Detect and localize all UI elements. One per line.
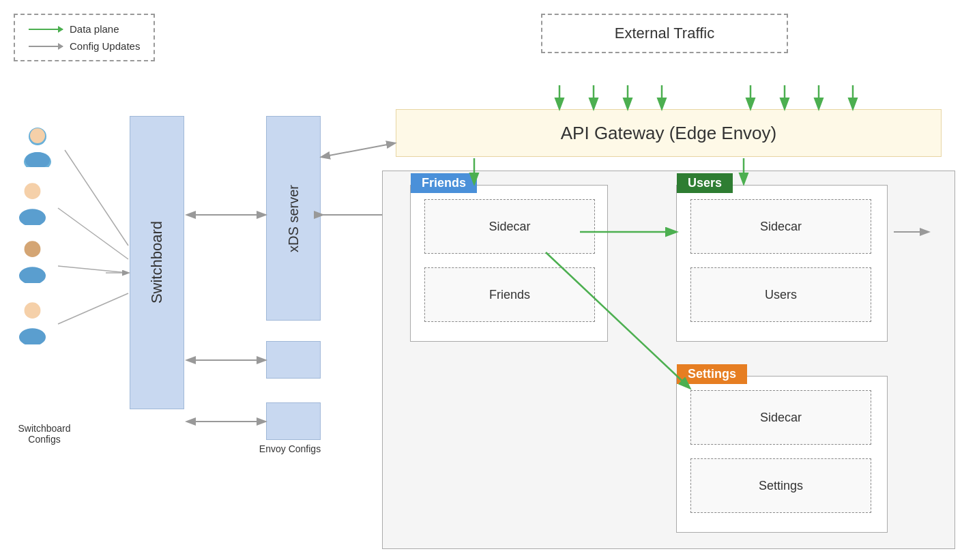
settings-app-box: Settings [690, 458, 871, 513]
switchboard-column: Switchboard [130, 116, 184, 409]
svg-point-8 [25, 302, 41, 319]
svg-line-28 [65, 150, 128, 246]
users-badge: Users [677, 173, 733, 193]
svg-point-5 [19, 209, 46, 225]
svg-point-2 [30, 128, 45, 143]
svg-line-30 [58, 266, 128, 273]
user-icon-1 [20, 126, 55, 170]
svg-line-29 [58, 208, 128, 259]
friends-app-box: Friends [424, 267, 595, 322]
friends-badge: Friends [411, 173, 477, 193]
gray-arrow-icon [29, 46, 63, 47]
diagram: Data plane Config Updates External Traff… [0, 0, 962, 560]
friends-service-box: Friends Sidecar Friends [410, 185, 608, 342]
settings-service-box: Settings Sidecar Settings [676, 376, 888, 533]
envoy-config-box-1 [266, 341, 321, 379]
envoy-config-box-2 [266, 402, 321, 440]
user-icon-3 [14, 239, 51, 286]
api-gateway-label: API Gateway (Edge Envoy) [561, 123, 776, 144]
settings-badge: Settings [677, 364, 747, 384]
legend-data-plane-label: Data plane [70, 23, 119, 35]
switchboard-label: Switchboard [148, 221, 166, 304]
user-icon-2 [14, 181, 51, 228]
legend-config-updates: Config Updates [29, 40, 140, 52]
legend-data-plane: Data plane [29, 23, 140, 35]
friends-sidecar-box: Sidecar [424, 199, 595, 254]
envoy-configs-label: Envoy Configs [246, 443, 334, 454]
svg-point-4 [25, 183, 41, 199]
legend: Data plane Config Updates [14, 14, 155, 61]
users-service-box: Users Sidecar Users [676, 185, 888, 342]
svg-point-7 [19, 267, 46, 283]
svg-line-22 [322, 143, 394, 157]
users-sidecar-box: Sidecar [690, 199, 871, 254]
services-container: Friends Sidecar Friends Users Sidecar U [382, 171, 955, 549]
green-arrow-icon [29, 29, 63, 30]
svg-point-9 [19, 328, 46, 344]
switchboard-configs-label: SwitchboardConfigs [7, 423, 82, 445]
settings-sidecar-box: Sidecar [690, 390, 871, 445]
external-traffic-box: External Traffic [541, 14, 788, 53]
xds-server-column: xDS server [266, 116, 321, 321]
users-app-box: Users [690, 267, 871, 322]
external-traffic-label: External Traffic [615, 25, 714, 42]
user-icon-4 [14, 300, 51, 347]
api-gateway-box: API Gateway (Edge Envoy) [396, 109, 942, 157]
svg-point-6 [25, 241, 41, 257]
svg-line-31 [58, 293, 128, 324]
legend-config-updates-label: Config Updates [70, 40, 140, 52]
xds-label: xDS server [286, 185, 302, 252]
